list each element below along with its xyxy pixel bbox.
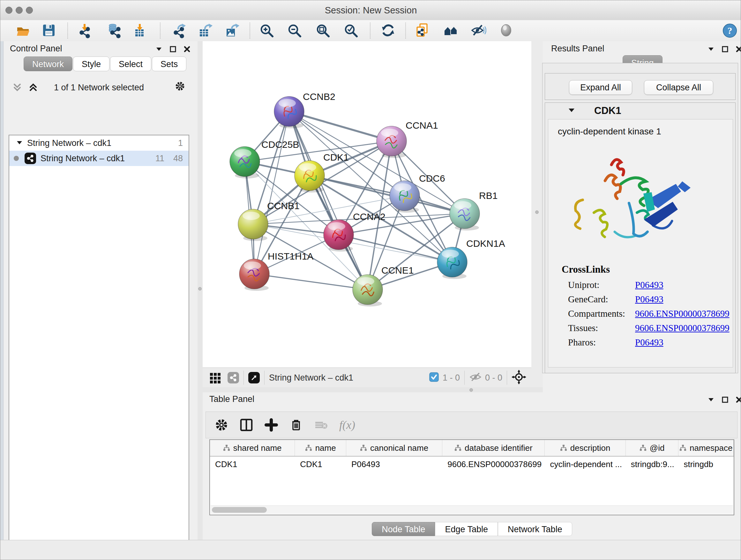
node-CCNB1[interactable] <box>238 209 268 241</box>
column-header--id[interactable]: @id <box>626 440 679 456</box>
crosslink-link[interactable]: P06493 <box>635 280 664 290</box>
node-RB1[interactable] <box>450 199 480 231</box>
sphere-icon[interactable] <box>499 23 514 38</box>
status-bar: Memory <box>0 540 741 560</box>
split-columns-icon[interactable] <box>237 416 256 434</box>
column-header-namespace[interactable]: namespace <box>678 440 734 456</box>
database-import-icon[interactable] <box>108 23 123 38</box>
tab-node-table[interactable]: Node Table <box>372 522 435 536</box>
table-cell[interactable]: 9606.ENSP00000378699 <box>442 456 545 472</box>
node-CDKN1A[interactable] <box>437 247 467 279</box>
selected-checkbox-icon[interactable] <box>429 372 439 383</box>
expand-all-button[interactable]: Expand All <box>569 80 632 95</box>
table-cell[interactable]: cyclin-dependent ... <box>545 456 625 472</box>
column-header-database-identifier[interactable]: database identifier <box>442 440 545 456</box>
tab-network-table[interactable]: Network Table <box>498 522 572 536</box>
section-collapse-icon[interactable] <box>568 107 575 115</box>
panel-float-icon[interactable] <box>167 44 179 55</box>
node-HIST1H1A[interactable] <box>239 259 269 291</box>
refresh-icon[interactable] <box>381 23 396 38</box>
table-cell[interactable]: CDK1 <box>210 456 295 472</box>
crosslinks-title: CrossLinks <box>562 264 733 275</box>
column-header-canonical-name[interactable]: canonical name <box>346 440 442 456</box>
panel-close-icon[interactable] <box>734 394 741 405</box>
crosslink-label: Compartments: <box>568 308 635 319</box>
column-header-shared-name[interactable]: shared name <box>210 440 295 456</box>
help-icon[interactable]: ? <box>722 23 738 38</box>
gear-icon[interactable] <box>175 81 185 91</box>
table-cell[interactable]: stringdb:9... <box>626 456 679 472</box>
left-splitter[interactable] <box>198 41 203 540</box>
crosslink-link[interactable]: P06493 <box>635 337 664 348</box>
panel-float-icon[interactable] <box>720 44 731 55</box>
tab-network[interactable]: Network <box>23 57 72 71</box>
node-label-CDC25B: CDC25B <box>261 139 299 150</box>
folder-open-icon[interactable] <box>16 23 31 38</box>
crosslink-row: Uniprot:P06493 <box>568 278 733 292</box>
tab-sets[interactable]: Sets <box>152 57 186 71</box>
table-row[interactable]: CDK1CDK1P064939606.ENSP00000378699cyclin… <box>210 456 734 472</box>
collapse-all-button[interactable]: Collapse All <box>644 80 713 95</box>
table-gear-icon[interactable] <box>212 416 231 434</box>
birdseye-grid-icon[interactable] <box>208 368 222 387</box>
crosslink-link[interactable]: 9606.ENSP00000378699 <box>635 323 730 333</box>
crosshair-icon[interactable] <box>512 370 526 386</box>
table-import-icon[interactable] <box>132 23 147 38</box>
zoom-out-icon[interactable] <box>287 23 302 38</box>
network-view-title: String Network – cdk1 <box>269 373 353 383</box>
tab-edge-table[interactable]: Edge Table <box>435 522 498 536</box>
column-header-description[interactable]: description <box>545 440 625 456</box>
node-CCNA1[interactable] <box>377 126 407 158</box>
scrollbar-thumb[interactable] <box>212 507 267 513</box>
crosslink-link[interactable]: P06493 <box>635 294 664 305</box>
table-export-icon[interactable] <box>198 23 213 38</box>
eye-hide-icon[interactable] <box>471 23 486 38</box>
node-label-CCNA2: CCNA2 <box>353 211 386 222</box>
crosslink-link[interactable]: 9606.ENSP00000378699 <box>635 308 730 319</box>
image-export-icon[interactable] <box>225 23 240 38</box>
collection-expand-icon[interactable] <box>16 138 23 148</box>
network-row[interactable]: String Network – cdk1 11 48 <box>9 151 189 166</box>
results-panel-title: Results Panel <box>551 44 604 54</box>
edge-count: 48 <box>173 153 183 164</box>
tab-style[interactable]: Style <box>73 57 110 71</box>
cdk1-section-header[interactable]: CDK1 <box>545 103 735 119</box>
column-header-name[interactable]: name <box>295 440 346 456</box>
zoom-fit-icon[interactable] <box>315 23 331 38</box>
panel-collapse-icon[interactable] <box>153 44 164 55</box>
crosslink-label: Tissues: <box>568 323 635 333</box>
string-style-icon[interactable] <box>227 372 239 383</box>
delete-table-icon[interactable] <box>312 416 330 434</box>
network-export-icon[interactable] <box>171 23 186 38</box>
table-cell[interactable]: stringdb <box>678 456 734 472</box>
network-collection-row[interactable]: String Network – cdk1 1 <box>9 135 189 151</box>
node-CCNA2[interactable] <box>324 220 354 252</box>
open-external-icon[interactable] <box>248 372 260 383</box>
table-horizontal-scrollbar[interactable] <box>211 505 733 514</box>
tab-select[interactable]: Select <box>110 57 151 71</box>
network-canvas[interactable]: CCNB2CCNA1CDC25BCDK1CDC6RB1CCNB1CCNA2CDK… <box>203 41 531 368</box>
node-CDC6[interactable] <box>390 181 420 212</box>
floppy-save-icon[interactable] <box>42 23 57 38</box>
node-CDC25B[interactable] <box>230 146 260 179</box>
table-cell[interactable]: P06493 <box>346 456 442 472</box>
table-cell[interactable]: CDK1 <box>295 456 346 472</box>
network-label: String Network – cdk1 <box>41 153 125 164</box>
crosslink-label: Pharos: <box>568 337 635 348</box>
panel-float-icon[interactable] <box>720 394 731 405</box>
houses-icon[interactable] <box>444 23 459 38</box>
zoom-in-icon[interactable] <box>259 23 274 38</box>
trash-icon[interactable] <box>287 416 306 434</box>
add-column-icon[interactable] <box>262 416 280 434</box>
node-CDK1[interactable] <box>294 161 325 192</box>
right-splitter[interactable] <box>531 41 543 387</box>
copy-documents-icon[interactable] <box>415 23 430 38</box>
panel-close-icon[interactable] <box>734 44 741 55</box>
network-import-icon[interactable] <box>77 23 92 38</box>
function-builder-icon[interactable]: f(x) <box>337 416 358 434</box>
zoom-selected-icon[interactable] <box>343 23 359 38</box>
panel-collapse-icon[interactable] <box>705 44 717 55</box>
panel-collapse-icon[interactable] <box>705 394 717 405</box>
panel-close-icon[interactable] <box>182 44 192 55</box>
node-CCNE1[interactable] <box>353 274 383 307</box>
